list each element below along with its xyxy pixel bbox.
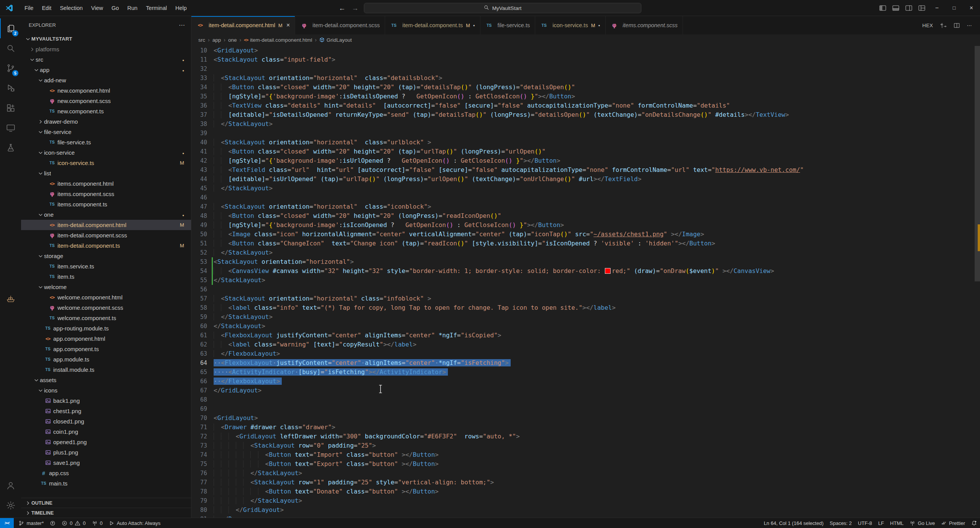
git-branch[interactable]: master* xyxy=(15,518,47,528)
code-line-49[interactable]: 49 [ngStyle]="{'background-image':isIcon… xyxy=(191,221,980,230)
tree-item-icon-service[interactable]: icon-service● xyxy=(21,147,191,158)
timeline-section[interactable]: TIMELINE xyxy=(21,508,191,518)
code-line-36[interactable]: 36 <TextView class="details" hint="detai… xyxy=(191,101,980,110)
toggle-panel-icon[interactable] xyxy=(889,0,902,16)
notifications[interactable] xyxy=(968,518,980,528)
eol[interactable]: LF xyxy=(875,518,887,528)
language-mode[interactable]: HTML xyxy=(887,518,906,528)
code-line-64[interactable]: 64··<FlexboxLayout·justifyContent="cente… xyxy=(191,358,980,368)
breadcrumb-item-gridlayout[interactable]: GridLayout xyxy=(319,37,352,43)
breadcrumb-item-item-detail.component.html[interactable]: <>item-detail.component.html xyxy=(244,37,312,43)
cursor-position[interactable]: Ln 64, Col 1 (164 selected) xyxy=(761,518,826,528)
tab-item-detail.component.ts[interactable]: TSitem-detail.component.tsM● xyxy=(385,16,480,34)
code-line-59[interactable]: 59 </StackLayout> xyxy=(191,312,980,322)
close-tab-icon[interactable]: × xyxy=(286,22,290,29)
explorer-more-actions-icon[interactable]: ⋯ xyxy=(179,21,185,29)
tree-item-item.service.ts[interactable]: TSitem.service.ts xyxy=(21,261,191,271)
tree-item-items.component.scss[interactable]: φitems.component.scss xyxy=(21,189,191,199)
tree-item-welcome.component.ts[interactable]: TSwelcome.component.ts xyxy=(21,313,191,323)
tree-item-items.component.ts[interactable]: TSitems.component.ts xyxy=(21,199,191,209)
code-line-11[interactable]: 11<StackLayout class="input-field"> xyxy=(191,55,980,64)
code-line-40[interactable]: 40 <StackLayout orientation="horizontal"… xyxy=(191,138,980,147)
maximize-button[interactable]: □ xyxy=(946,0,963,16)
code-line-61[interactable]: 61 <FlexboxLayout justifyContent="center… xyxy=(191,331,980,340)
remote-explorer-icon[interactable] xyxy=(0,118,21,138)
menu-help[interactable]: Help xyxy=(171,0,191,16)
code-line-38[interactable]: 38 </StackLayout> xyxy=(191,119,980,129)
code-line-71[interactable]: 71 <Drawer #drawer class="drawer"> xyxy=(191,423,980,432)
code-line-80[interactable]: 80 </GridLayout> xyxy=(191,505,980,515)
tree-item-app.component.ts[interactable]: TSapp.component.ts xyxy=(21,344,191,354)
tree-item-list[interactable]: list xyxy=(21,168,191,178)
code-line-56[interactable]: 56 xyxy=(191,285,980,294)
code-line-54[interactable]: 54 <CanvasView #canvas width="32" height… xyxy=(191,266,980,276)
code-line-51[interactable]: 51 <Button class="ChangeIcon" text="Chan… xyxy=(191,239,980,248)
open-changes-icon[interactable] xyxy=(938,22,949,29)
code-line-53[interactable]: 53<StackLayout orientation="horizontal"> xyxy=(191,257,980,266)
ports[interactable]: 0 xyxy=(89,518,106,528)
code-line-72[interactable]: 72 <GridLayout leftDrawer width="300" ba… xyxy=(191,432,980,441)
code-line-67[interactable]: 67</GridLayout> xyxy=(191,386,980,395)
breadcrumb-item-app[interactable]: app xyxy=(212,37,221,43)
back-button[interactable]: ← xyxy=(339,5,346,11)
code-line-33[interactable]: 33 <StackLayout orientation="horizontal"… xyxy=(191,74,980,83)
tab-icon-service.ts[interactable]: TSicon-service.tsM● xyxy=(535,16,605,34)
code-line-50[interactable]: 50 <Image class="icon" horizontalAlignme… xyxy=(191,230,980,239)
code-line-41[interactable]: 41 <Button class="closed" width="20" hei… xyxy=(191,147,980,156)
code-line-10[interactable]: 10<GridLayout> xyxy=(191,46,980,55)
editor-scrollbar[interactable] xyxy=(975,45,980,518)
publish-changes[interactable] xyxy=(47,518,59,528)
command-center-search[interactable]: MyVaultStart xyxy=(364,3,642,13)
code-line-42[interactable]: 42 [ngStyle]="{'background-image':isUrlO… xyxy=(191,156,980,165)
menu-go[interactable]: Go xyxy=(107,0,123,16)
tree-item-drawer-demo[interactable]: drawer-demo xyxy=(21,116,191,127)
tree-item-add-new[interactable]: add-new xyxy=(21,75,191,85)
encoding[interactable]: UTF-8 xyxy=(855,518,875,528)
forward-button[interactable]: → xyxy=(352,5,359,11)
testing-icon[interactable] xyxy=(0,138,21,158)
settings-icon[interactable] xyxy=(0,495,21,515)
code-line-70[interactable]: 70<GridLayout> xyxy=(191,414,980,423)
source-control-icon[interactable]: 5 xyxy=(0,58,21,78)
code-line-77[interactable]: 77 <StackLayout row="1" padding="25" sty… xyxy=(191,478,980,487)
problems[interactable]: 00 xyxy=(59,518,88,528)
tree-item-back1.png[interactable]: back1.png xyxy=(21,396,191,406)
code-line-34[interactable]: 34 <Button class="closed" width="20" hei… xyxy=(191,83,980,92)
code-line-81[interactable]: 81 </Drawer> xyxy=(191,515,980,518)
accounts-icon[interactable] xyxy=(0,476,21,495)
tree-item-app.module.ts[interactable]: TSapp.module.ts xyxy=(21,354,191,365)
docker-extension-icon[interactable] xyxy=(0,289,21,309)
code-line-79[interactable]: 79 </StackLayout> xyxy=(191,496,980,505)
menu-run[interactable]: Run xyxy=(123,0,142,16)
tree-item-opened1.png[interactable]: opened1.png xyxy=(21,437,191,447)
tree-item-storage[interactable]: storage xyxy=(21,251,191,261)
toggle-primary-sidebar-icon[interactable] xyxy=(876,0,889,16)
menu-view[interactable]: View xyxy=(87,0,107,16)
hex-editor-action[interactable]: HEX xyxy=(920,23,936,28)
tree-item-install.module.ts[interactable]: TSinstall.module.ts xyxy=(21,365,191,375)
menu-file[interactable]: File xyxy=(20,0,38,16)
menu-selection[interactable]: Selection xyxy=(56,0,87,16)
code-line-43[interactable]: 43 <TextField class="url" hint="url" [au… xyxy=(191,165,980,175)
outline-section[interactable]: OUTLINE xyxy=(21,498,191,508)
code-line-44[interactable]: 44 [editable]="isUrlOpened" (tap)="urlTa… xyxy=(191,175,980,184)
breadcrumb-item-one[interactable]: one xyxy=(228,37,237,43)
tree-item-welcome[interactable]: welcome xyxy=(21,282,191,292)
code-line-57[interactable]: 57 <StackLayout orientation="horizontal"… xyxy=(191,294,980,303)
code-line-45[interactable]: 45 </StackLayout> xyxy=(191,184,980,193)
toggle-secondary-sidebar-icon[interactable] xyxy=(902,0,915,16)
tree-item-new.component.ts[interactable]: TSnew.component.ts xyxy=(21,106,191,116)
code-line-58[interactable]: 58 <label class="info" text="(*) Tap for… xyxy=(191,303,980,312)
tab-items.component.scss[interactable]: φitems.component.scss xyxy=(606,16,683,34)
menu-terminal[interactable]: Terminal xyxy=(142,0,171,16)
tree-item-new.component.html[interactable]: <>new.component.html xyxy=(21,85,191,96)
search-icon[interactable] xyxy=(0,38,21,58)
breadcrumb-item-src[interactable]: src xyxy=(198,37,205,43)
menu-edit[interactable]: Edit xyxy=(38,0,56,16)
code-line-74[interactable]: 74 <Button text="Import" class="button" … xyxy=(191,450,980,459)
minimize-button[interactable]: − xyxy=(928,0,946,16)
tree-item-welcome.component.scss[interactable]: φwelcome.component.scss xyxy=(21,302,191,313)
code-line-68[interactable]: 68 xyxy=(191,395,980,404)
customize-layout-icon[interactable] xyxy=(915,0,928,16)
tree-item-item-detail.component.ts[interactable]: TSitem-detail.component.tsM xyxy=(21,240,191,251)
